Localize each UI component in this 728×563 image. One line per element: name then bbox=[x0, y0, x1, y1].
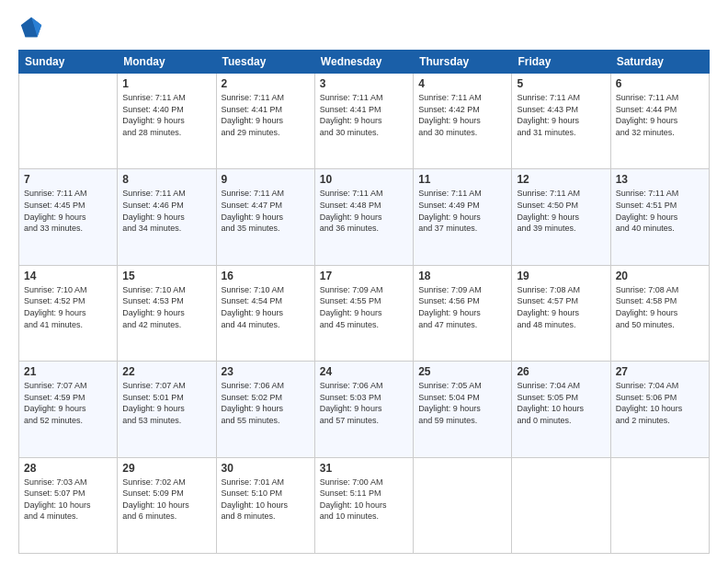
day-number: 30 bbox=[222, 462, 310, 475]
day-info: Sunrise: 7:10 AM Sunset: 4:52 PM Dayligh… bbox=[24, 284, 112, 330]
day-number: 27 bbox=[616, 365, 704, 378]
calendar-cell: 28Sunrise: 7:03 AM Sunset: 5:07 PM Dayli… bbox=[19, 457, 118, 553]
weekday-sunday: Sunday bbox=[19, 51, 118, 74]
day-info: Sunrise: 7:11 AM Sunset: 4:49 PM Dayligh… bbox=[418, 188, 506, 234]
day-number: 10 bbox=[320, 173, 408, 186]
day-info: Sunrise: 7:04 AM Sunset: 5:05 PM Dayligh… bbox=[517, 380, 605, 426]
calendar-cell: 7Sunrise: 7:11 AM Sunset: 4:45 PM Daylig… bbox=[19, 169, 118, 265]
day-info: Sunrise: 7:11 AM Sunset: 4:44 PM Dayligh… bbox=[616, 92, 704, 138]
day-info: Sunrise: 7:11 AM Sunset: 4:41 PM Dayligh… bbox=[222, 92, 310, 138]
calendar-cell: 23Sunrise: 7:06 AM Sunset: 5:02 PM Dayli… bbox=[216, 362, 314, 457]
calendar-cell: 18Sunrise: 7:09 AM Sunset: 4:56 PM Dayli… bbox=[414, 265, 512, 361]
calendar-cell: 26Sunrise: 7:04 AM Sunset: 5:05 PM Dayli… bbox=[512, 362, 610, 457]
calendar-cell: 14Sunrise: 7:10 AM Sunset: 4:52 PM Dayli… bbox=[19, 265, 118, 361]
calendar-cell: 1Sunrise: 7:11 AM Sunset: 4:40 PM Daylig… bbox=[118, 74, 216, 169]
day-info: Sunrise: 7:08 AM Sunset: 4:57 PM Dayligh… bbox=[517, 284, 605, 330]
day-number: 14 bbox=[24, 270, 112, 282]
day-info: Sunrise: 7:08 AM Sunset: 4:58 PM Dayligh… bbox=[616, 284, 704, 330]
calendar-cell: 19Sunrise: 7:08 AM Sunset: 4:57 PM Dayli… bbox=[512, 265, 610, 361]
day-number: 24 bbox=[320, 365, 408, 378]
calendar-table: SundayMondayTuesdayWednesdayThursdayFrid… bbox=[18, 50, 710, 554]
day-number: 3 bbox=[320, 77, 408, 90]
calendar-cell: 9Sunrise: 7:11 AM Sunset: 4:47 PM Daylig… bbox=[216, 169, 314, 265]
day-number: 29 bbox=[122, 462, 210, 475]
day-info: Sunrise: 7:11 AM Sunset: 4:50 PM Dayligh… bbox=[517, 188, 605, 234]
calendar-cell: 29Sunrise: 7:02 AM Sunset: 5:09 PM Dayli… bbox=[118, 457, 216, 553]
day-number: 25 bbox=[418, 365, 506, 378]
calendar-cell: 11Sunrise: 7:11 AM Sunset: 4:49 PM Dayli… bbox=[414, 169, 512, 265]
day-info: Sunrise: 7:00 AM Sunset: 5:11 PM Dayligh… bbox=[320, 477, 408, 523]
weekday-thursday: Thursday bbox=[414, 51, 512, 74]
day-number: 16 bbox=[222, 270, 310, 282]
day-info: Sunrise: 7:11 AM Sunset: 4:51 PM Dayligh… bbox=[616, 188, 704, 234]
calendar-week-1: 1Sunrise: 7:11 AM Sunset: 4:40 PM Daylig… bbox=[19, 74, 710, 169]
day-number: 11 bbox=[418, 173, 506, 186]
calendar-cell bbox=[414, 457, 512, 553]
day-info: Sunrise: 7:11 AM Sunset: 4:43 PM Dayligh… bbox=[517, 92, 605, 138]
logo-icon bbox=[18, 15, 44, 40]
day-number: 13 bbox=[616, 173, 704, 186]
day-number: 18 bbox=[418, 270, 506, 282]
calendar-cell: 27Sunrise: 7:04 AM Sunset: 5:06 PM Dayli… bbox=[610, 362, 709, 457]
calendar-cell: 2Sunrise: 7:11 AM Sunset: 4:41 PM Daylig… bbox=[216, 74, 314, 169]
day-info: Sunrise: 7:07 AM Sunset: 4:59 PM Dayligh… bbox=[24, 380, 112, 426]
calendar-cell: 4Sunrise: 7:11 AM Sunset: 4:42 PM Daylig… bbox=[414, 74, 512, 169]
weekday-header-row: SundayMondayTuesdayWednesdayThursdayFrid… bbox=[19, 51, 710, 74]
calendar-cell: 24Sunrise: 7:06 AM Sunset: 5:03 PM Dayli… bbox=[314, 362, 413, 457]
calendar-cell: 22Sunrise: 7:07 AM Sunset: 5:01 PM Dayli… bbox=[118, 362, 216, 457]
day-info: Sunrise: 7:10 AM Sunset: 4:53 PM Dayligh… bbox=[122, 284, 210, 330]
day-info: Sunrise: 7:11 AM Sunset: 4:45 PM Dayligh… bbox=[24, 188, 112, 234]
day-number: 31 bbox=[320, 462, 408, 475]
calendar-cell: 13Sunrise: 7:11 AM Sunset: 4:51 PM Dayli… bbox=[610, 169, 709, 265]
day-info: Sunrise: 7:05 AM Sunset: 5:04 PM Dayligh… bbox=[418, 380, 506, 426]
calendar-week-5: 28Sunrise: 7:03 AM Sunset: 5:07 PM Dayli… bbox=[19, 457, 710, 553]
day-number: 17 bbox=[320, 270, 408, 282]
calendar-cell: 12Sunrise: 7:11 AM Sunset: 4:50 PM Dayli… bbox=[512, 169, 610, 265]
day-number: 23 bbox=[222, 365, 310, 378]
day-number: 20 bbox=[616, 270, 704, 282]
day-info: Sunrise: 7:11 AM Sunset: 4:46 PM Dayligh… bbox=[122, 188, 210, 234]
day-info: Sunrise: 7:01 AM Sunset: 5:10 PM Dayligh… bbox=[222, 477, 310, 523]
calendar-cell: 16Sunrise: 7:10 AM Sunset: 4:54 PM Dayli… bbox=[216, 265, 314, 361]
calendar-cell bbox=[512, 457, 610, 553]
calendar-cell: 30Sunrise: 7:01 AM Sunset: 5:10 PM Dayli… bbox=[216, 457, 314, 553]
calendar-cell: 10Sunrise: 7:11 AM Sunset: 4:48 PM Dayli… bbox=[314, 169, 413, 265]
day-info: Sunrise: 7:11 AM Sunset: 4:47 PM Dayligh… bbox=[222, 188, 310, 234]
day-info: Sunrise: 7:06 AM Sunset: 5:02 PM Dayligh… bbox=[222, 380, 310, 426]
header bbox=[18, 15, 710, 40]
calendar-cell bbox=[610, 457, 709, 553]
day-number: 5 bbox=[517, 77, 605, 90]
calendar-week-2: 7Sunrise: 7:11 AM Sunset: 4:45 PM Daylig… bbox=[19, 169, 710, 265]
calendar-week-4: 21Sunrise: 7:07 AM Sunset: 4:59 PM Dayli… bbox=[19, 362, 710, 457]
weekday-monday: Monday bbox=[118, 51, 216, 74]
day-info: Sunrise: 7:11 AM Sunset: 4:48 PM Dayligh… bbox=[320, 188, 408, 234]
day-info: Sunrise: 7:10 AM Sunset: 4:54 PM Dayligh… bbox=[222, 284, 310, 330]
calendar-cell: 20Sunrise: 7:08 AM Sunset: 4:58 PM Dayli… bbox=[610, 265, 709, 361]
day-number: 7 bbox=[24, 173, 112, 186]
logo bbox=[18, 15, 48, 40]
calendar-cell: 25Sunrise: 7:05 AM Sunset: 5:04 PM Dayli… bbox=[414, 362, 512, 457]
day-number: 12 bbox=[517, 173, 605, 186]
day-info: Sunrise: 7:09 AM Sunset: 4:56 PM Dayligh… bbox=[418, 284, 506, 330]
day-info: Sunrise: 7:09 AM Sunset: 4:55 PM Dayligh… bbox=[320, 284, 408, 330]
day-number: 4 bbox=[418, 77, 506, 90]
day-info: Sunrise: 7:11 AM Sunset: 4:41 PM Dayligh… bbox=[320, 92, 408, 138]
calendar-week-3: 14Sunrise: 7:10 AM Sunset: 4:52 PM Dayli… bbox=[19, 265, 710, 361]
day-number: 9 bbox=[222, 173, 310, 186]
day-number: 15 bbox=[122, 270, 210, 282]
day-number: 19 bbox=[517, 270, 605, 282]
calendar-cell bbox=[19, 74, 118, 169]
day-number: 1 bbox=[122, 77, 210, 90]
calendar-cell: 15Sunrise: 7:10 AM Sunset: 4:53 PM Dayli… bbox=[118, 265, 216, 361]
day-number: 21 bbox=[24, 365, 112, 378]
weekday-saturday: Saturday bbox=[610, 51, 709, 74]
calendar-cell: 17Sunrise: 7:09 AM Sunset: 4:55 PM Dayli… bbox=[314, 265, 413, 361]
calendar-cell: 21Sunrise: 7:07 AM Sunset: 4:59 PM Dayli… bbox=[19, 362, 118, 457]
weekday-wednesday: Wednesday bbox=[314, 51, 413, 74]
day-info: Sunrise: 7:03 AM Sunset: 5:07 PM Dayligh… bbox=[24, 477, 112, 523]
day-number: 6 bbox=[616, 77, 704, 90]
calendar-cell: 3Sunrise: 7:11 AM Sunset: 4:41 PM Daylig… bbox=[314, 74, 413, 169]
calendar-cell: 6Sunrise: 7:11 AM Sunset: 4:44 PM Daylig… bbox=[610, 74, 709, 169]
day-info: Sunrise: 7:07 AM Sunset: 5:01 PM Dayligh… bbox=[122, 380, 210, 426]
day-number: 28 bbox=[24, 462, 112, 475]
